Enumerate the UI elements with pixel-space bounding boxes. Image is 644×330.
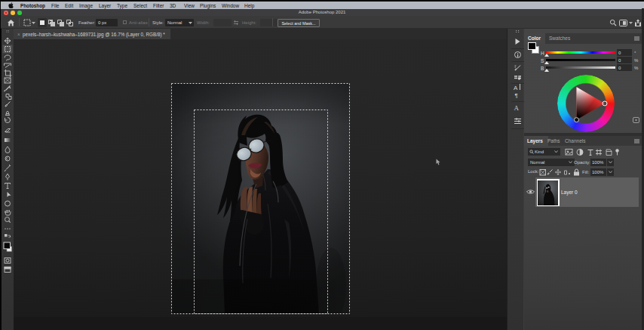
svg-text:¶: ¶: [515, 92, 518, 99]
svg-text:A: A: [514, 104, 520, 112]
svg-text:A: A: [514, 85, 518, 91]
